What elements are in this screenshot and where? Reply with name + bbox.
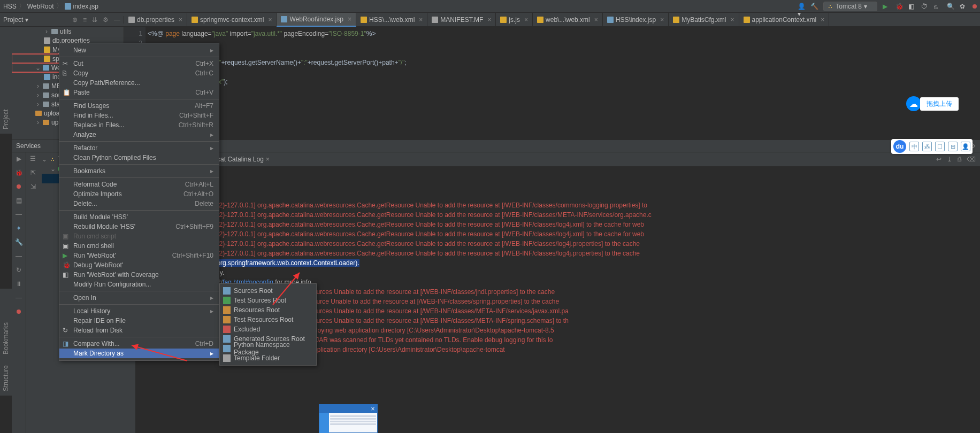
menu-find-usages[interactable]: Find UsagesAlt+F7 — [59, 101, 219, 111]
menu-build-module[interactable]: Build Module 'HSS' — [59, 212, 219, 222]
taskbar-thumbnail[interactable]: × — [319, 404, 378, 433]
close-icon[interactable]: × — [594, 16, 598, 24]
close-icon[interactable]: × — [369, 405, 377, 413]
run-icon[interactable]: ▶ — [14, 154, 23, 163]
menu-bookmarks[interactable]: Bookmarks▸ — [59, 166, 219, 176]
breadcrumb-root[interactable]: HSS — [3, 3, 17, 10]
editor[interactable]: 12 <%@ page language="java" import="java… — [124, 27, 980, 140]
upload-widget[interactable]: ☁ 拖拽上传 — [906, 96, 959, 111]
pill-btn[interactable]: ⁂ — [922, 142, 932, 151]
editor-tab[interactable]: db.properties× — [124, 13, 187, 27]
menu-refactor[interactable]: Refactor▸ — [59, 143, 219, 153]
coverage-icon[interactable]: ◧ — [908, 3, 916, 10]
git-icon[interactable]: ⎌ — [934, 3, 941, 10]
menu-clean-python[interactable]: Clean Python Compiled Files — [59, 153, 219, 163]
menu-modify-run-config[interactable]: Modify Run Configuration... — [59, 280, 219, 289]
baidu-widget[interactable]: du 中 ⁂ ☐ ⊞ 👤 — [891, 139, 973, 154]
left-tool-strip-2[interactable]: StructureBookmarks — [0, 289, 12, 396]
menu-run-webroot[interactable]: ▶Run 'WebRoot'Ctrl+Shift+F10 — [59, 251, 219, 260]
editor-tab[interactable]: web\...\web.xml× — [533, 13, 603, 27]
scroll-end-icon[interactable]: ⤓ — [947, 154, 952, 164]
submenu-excluded[interactable]: Excluded — [220, 324, 316, 334]
run-config-selector[interactable]: ⛬ Tomcat 8 ▾ — [823, 2, 877, 11]
target-icon[interactable]: ⊕ — [72, 16, 78, 24]
menu-rebuild-module[interactable]: Rebuild Module 'HSS'Ctrl+Shift+F9 — [59, 222, 219, 231]
close-icon[interactable]: × — [660, 16, 664, 24]
tree-icon[interactable]: ☰ — [29, 154, 37, 163]
close-icon[interactable]: × — [268, 16, 272, 24]
build-icon[interactable]: 🔨 — [810, 3, 818, 10]
menu-cut[interactable]: ✂CutCtrl+X — [59, 59, 219, 68]
profiler-icon[interactable]: ⏱ — [921, 3, 929, 10]
editor-tab[interactable]: applicationContext.xml× — [739, 13, 830, 27]
filter-icon[interactable]: ▤ — [14, 196, 23, 205]
collapse-icon[interactable]: ⇲ — [29, 182, 37, 191]
pill-btn[interactable]: 👤 — [961, 142, 970, 151]
pill-btn[interactable]: ⊞ — [948, 142, 958, 151]
tree-item[interactable]: utils — [60, 28, 71, 35]
chevron-down-icon[interactable]: ▾ — [25, 16, 28, 24]
submenu-template-folder[interactable]: Template Folder — [220, 353, 316, 363]
editor-tab[interactable]: WebRoot\index.jsp× — [277, 13, 356, 27]
soft-wrap-icon[interactable]: ↩ — [936, 154, 941, 164]
breadcrumb-file[interactable]: index.jsp — [73, 3, 98, 10]
menu-copy-path[interactable]: Copy Path/Reference... — [59, 78, 219, 88]
close-icon[interactable]: × — [419, 16, 423, 24]
menu-run-coverage[interactable]: ◧Run 'WebRoot' with Coverage — [59, 270, 219, 280]
editor-tab[interactable]: MANIFEST.MF× — [427, 13, 496, 27]
menu-open-in[interactable]: Open In▸ — [59, 293, 219, 303]
close-icon[interactable]: × — [821, 16, 824, 24]
menu-optimize-imports[interactable]: Optimize ImportsCtrl+Alt+O — [59, 189, 219, 199]
menu-debug-webroot[interactable]: 🐞Debug 'WebRoot' — [59, 260, 219, 270]
debug-icon[interactable]: 🐞 — [895, 3, 903, 10]
pause-icon[interactable]: ⏸ — [14, 280, 23, 288]
pill-btn[interactable]: 中 — [909, 142, 919, 151]
breadcrumb-folder[interactable]: WebRoot — [27, 3, 54, 10]
close-icon[interactable]: × — [487, 16, 491, 24]
menu-run-cmd-shell[interactable]: ▣Run cmd shell — [59, 241, 219, 251]
menu-repair-ide[interactable]: Repair IDE on File — [59, 316, 219, 326]
menu-reload-disk[interactable]: ↻Reload from Disk — [59, 326, 219, 335]
wrench-icon[interactable]: 🔧 — [14, 238, 23, 246]
menu-delete[interactable]: Delete...Delete — [59, 199, 219, 208]
close-icon[interactable]: × — [266, 154, 270, 164]
tree-item[interactable]: uploa — [44, 110, 59, 117]
submenu-python-namespace[interactable]: Python Namespace Package — [220, 344, 316, 353]
close-icon[interactable]: × — [179, 16, 182, 24]
menu-local-history[interactable]: Local History▸ — [59, 306, 219, 316]
menu-copy[interactable]: ⎘CopyCtrl+C — [59, 68, 219, 78]
context-menu[interactable]: New▸ ✂CutCtrl+X ⎘CopyCtrl+C Copy Path/Re… — [59, 43, 219, 361]
pill-btn[interactable]: ☐ — [935, 142, 945, 151]
editor-tab[interactable]: HSS\...\web.xml× — [356, 13, 427, 27]
project-label[interactable]: Project — [3, 16, 23, 24]
search-icon[interactable]: 🔍 — [947, 3, 954, 10]
menu-new[interactable]: New▸ — [59, 45, 219, 55]
expand-icon[interactable]: ≡ — [83, 16, 87, 24]
user-icon[interactable]: 👤▾ — [798, 3, 805, 10]
hide-icon[interactable]: — — [114, 16, 120, 24]
code-area[interactable]: <%@ page language="java" import="java.ut… — [148, 29, 980, 87]
menu-analyze[interactable]: Analyze▸ — [59, 130, 219, 140]
close-icon[interactable]: × — [524, 16, 528, 24]
editor-tab[interactable]: HSS\index.jsp× — [603, 13, 669, 27]
editor-tab[interactable]: springmvc-context.xml× — [187, 13, 277, 27]
close-icon[interactable]: × — [731, 16, 734, 24]
menu-replace-in-files[interactable]: Replace in Files...Ctrl+Shift+R — [59, 120, 219, 130]
editor-tab[interactable]: MyBatisCfg.xml× — [669, 13, 739, 27]
bug-icon[interactable]: 🐞 — [14, 168, 23, 177]
expand-icon[interactable]: ⇱ — [29, 168, 37, 177]
settings-icon[interactable]: ✿ — [960, 3, 967, 10]
run-icon[interactable]: ▶ — [883, 3, 890, 10]
stop-icon[interactable] — [973, 4, 977, 9]
stop-icon[interactable] — [14, 182, 23, 191]
menu-paste[interactable]: 📋PasteCtrl+V — [59, 88, 219, 97]
close-icon[interactable]: × — [348, 16, 351, 23]
submenu-test-resources-root[interactable]: Test Resources Root — [220, 315, 316, 324]
red-dot-icon[interactable] — [14, 307, 23, 316]
more-icon[interactable]: ✦ — [14, 224, 23, 233]
print-icon[interactable]: ⎙ — [958, 154, 961, 164]
rerun-icon[interactable]: ↻ — [14, 266, 23, 274]
gear-icon[interactable]: ⚙ — [103, 16, 109, 24]
left-tool-strip[interactable]: Project — [0, 27, 12, 134]
menu-find-in-files[interactable]: Find in Files...Ctrl+Shift+F — [59, 111, 219, 120]
